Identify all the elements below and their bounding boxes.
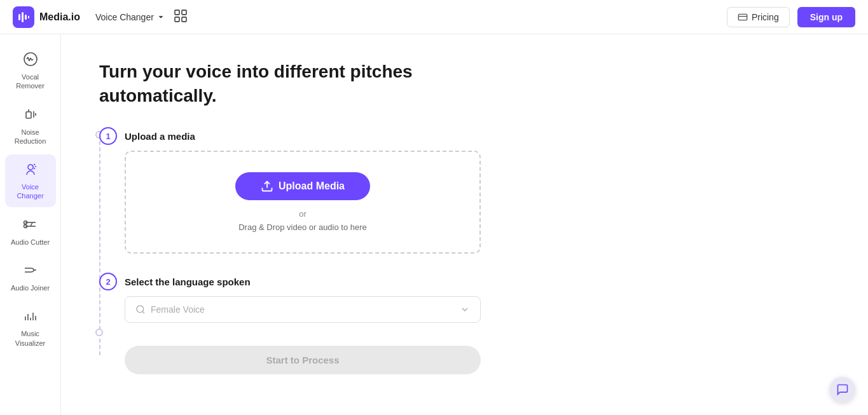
step-1-header: 1 Upload a media (125, 131, 830, 142)
svg-rect-7 (182, 17, 186, 22)
step-2-header: 2 Select the language spoken (125, 276, 830, 287)
sidebar-item-noise-reduction[interactable]: Noise Reduction (5, 100, 56, 153)
header-right: Pricing Sign up (727, 7, 855, 27)
svg-rect-3 (28, 16, 29, 18)
start-process-button[interactable]: Start to Process (125, 346, 481, 374)
support-icon (836, 383, 849, 396)
step-2-label: Select the language spoken (125, 276, 251, 287)
logo-text: Media.io (39, 11, 80, 23)
step-1-label: Upload a media (125, 131, 195, 142)
steps-container: 1 Upload a media Upload Media or Drag & … (99, 131, 830, 374)
sidebar-label-noise-reduction: Noise Reduction (9, 128, 52, 146)
page-title: Turn your voice into different pitches a… (99, 60, 481, 108)
nav-label: Voice Changer (95, 12, 154, 22)
svg-rect-2 (25, 15, 27, 20)
pricing-button[interactable]: Pricing (727, 7, 790, 27)
upload-area[interactable]: Upload Media or Drag & Drop video or aud… (125, 151, 481, 254)
voice-changer-icon (22, 161, 39, 180)
svg-rect-5 (182, 10, 186, 15)
svg-point-37 (137, 306, 144, 313)
svg-line-15 (32, 59, 33, 60)
pricing-icon (738, 12, 748, 22)
audio-cutter-icon (22, 216, 39, 235)
sidebar-label-audio-cutter: Audio Cutter (11, 238, 50, 247)
sidebar-label-audio-joiner: Audio Joiner (11, 283, 50, 292)
step-2-number: 2 (99, 273, 117, 290)
sidebar-item-audio-cutter[interactable]: Audio Cutter (5, 210, 56, 253)
support-button[interactable] (830, 377, 855, 402)
language-placeholder: Female Voice (151, 304, 455, 315)
main-content: Turn your voice into different pitches a… (61, 34, 868, 415)
search-icon (135, 304, 146, 315)
audio-joiner-icon (22, 262, 39, 281)
process-section: Start to Process (125, 346, 481, 374)
sidebar: Vocal Remover Noise Reduction (0, 34, 61, 415)
timeline-bottom-dot (95, 329, 103, 336)
header: Media.io Voice Changer Pricing Sign up (0, 0, 868, 34)
tools-icon[interactable] (173, 8, 188, 26)
logo[interactable]: Media.io (13, 6, 80, 28)
logo-icon (13, 6, 34, 28)
chevron-down-icon (460, 304, 470, 315)
svg-point-22 (28, 165, 33, 170)
signup-button[interactable]: Sign up (797, 7, 855, 27)
vocal-remover-icon (22, 51, 39, 70)
upload-or-text: or (139, 209, 467, 219)
sidebar-item-vocal-remover[interactable]: Vocal Remover (5, 44, 56, 97)
svg-line-27 (31, 222, 32, 226)
upload-icon (261, 180, 273, 193)
sidebar-item-voice-changer[interactable]: Voice Changer (5, 154, 56, 207)
drag-drop-text: Drag & Drop video or audio to here (139, 222, 467, 232)
sidebar-label-vocal-remover: Vocal Remover (9, 72, 52, 91)
step-1-section: 1 Upload a media Upload Media or Drag & … (125, 131, 830, 254)
noise-reduction-icon (22, 106, 39, 125)
upload-media-button[interactable]: Upload Media (235, 172, 370, 200)
music-visualizer-icon (22, 308, 39, 327)
voice-changer-nav[interactable]: Voice Changer (95, 12, 165, 22)
sidebar-label-music-visualizer: Music Visualizer (9, 329, 52, 348)
sidebar-item-music-visualizer[interactable]: Music Visualizer (5, 301, 56, 354)
timeline-line (99, 135, 100, 355)
language-dropdown[interactable]: Female Voice (125, 296, 481, 323)
chevron-down-icon (156, 13, 165, 22)
step-1-number: 1 (99, 127, 117, 145)
sidebar-item-audio-joiner[interactable]: Audio Joiner (5, 255, 56, 299)
svg-rect-1 (22, 12, 24, 22)
sidebar-label-voice-changer: Voice Changer (9, 182, 52, 201)
svg-rect-18 (26, 112, 31, 118)
body-wrap: Vocal Remover Noise Reduction (0, 34, 868, 415)
svg-rect-8 (738, 14, 747, 20)
svg-rect-0 (18, 14, 20, 20)
svg-rect-6 (175, 17, 179, 22)
svg-rect-4 (175, 10, 179, 15)
step-2-section: 2 Select the language spoken Female Voic… (125, 276, 830, 323)
svg-line-38 (142, 311, 144, 313)
